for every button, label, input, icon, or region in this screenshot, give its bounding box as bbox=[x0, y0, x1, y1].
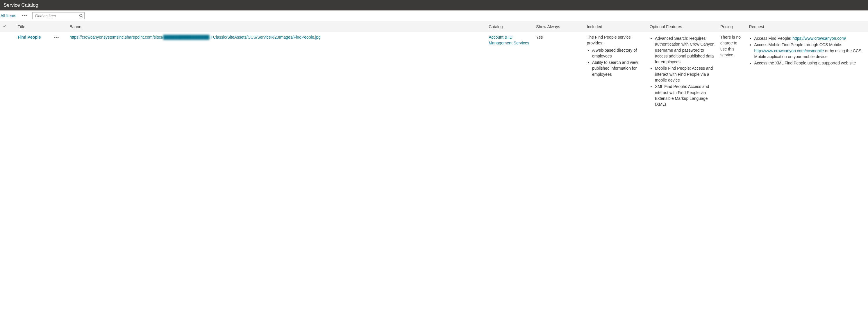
list-item: A web-based directory of employees bbox=[592, 47, 645, 59]
column-item-menu bbox=[52, 21, 67, 32]
table-row[interactable]: Find People ••• https://crowcanyonsystem… bbox=[0, 32, 868, 111]
svg-point-0 bbox=[80, 14, 82, 17]
item-title-link[interactable]: Find People bbox=[18, 35, 41, 39]
column-optional[interactable]: Optional Features bbox=[647, 21, 718, 32]
optional-list: Advanced Search: Requires authentication… bbox=[650, 35, 716, 107]
list-item: Ability to search and view published inf… bbox=[592, 60, 645, 77]
row-select-cell[interactable] bbox=[0, 32, 16, 111]
banner-url-post: ITClassic/SiteAssets/CCS/Service%20Image… bbox=[209, 35, 321, 39]
column-pricing[interactable]: Pricing bbox=[718, 21, 747, 32]
cell-catalog: Account & ID Management Services bbox=[486, 32, 534, 111]
included-intro: The Find People service provides: bbox=[587, 34, 645, 46]
column-banner[interactable]: Banner bbox=[67, 21, 486, 32]
banner-url-redacted: ████████████████ bbox=[163, 34, 210, 40]
cell-banner: https://crowcanyonsystemsinc.sharepoint.… bbox=[67, 32, 486, 111]
column-included[interactable]: Included bbox=[585, 21, 647, 32]
included-list: A web-based directory of employees Abili… bbox=[587, 47, 645, 77]
cell-item-menu: ••• bbox=[52, 32, 67, 111]
column-title[interactable]: Title bbox=[16, 21, 52, 32]
list-item: Access the XML Find People using a suppo… bbox=[754, 60, 866, 66]
request-text: Access Mobile Find People through CCS Mo… bbox=[754, 42, 842, 47]
list-item: Access Mobile Find People through CCS Mo… bbox=[754, 42, 866, 60]
search-box[interactable] bbox=[32, 12, 85, 19]
banner-url-pre: https://crowcanyonsystemsinc.sharepoint.… bbox=[69, 35, 163, 39]
column-show-always[interactable]: Show Always bbox=[534, 21, 585, 32]
service-catalog-table: Title Banner Catalog Show Always Include… bbox=[0, 21, 868, 111]
table-header-row: Title Banner Catalog Show Always Include… bbox=[0, 21, 868, 32]
view-all-items[interactable]: All Items bbox=[0, 12, 17, 19]
cell-request: Access Find People: https://www.crowcany… bbox=[747, 32, 868, 111]
cell-optional: Advanced Search: Requires authentication… bbox=[647, 32, 718, 111]
column-request[interactable]: Request bbox=[747, 21, 868, 32]
catalog-link[interactable]: Account & ID Management Services bbox=[489, 35, 529, 45]
item-menu-icon[interactable]: ••• bbox=[54, 35, 59, 39]
request-text: Access the XML Find People using a suppo… bbox=[754, 61, 856, 65]
page-title: Service Catalog bbox=[3, 2, 38, 8]
list-item: XML Find People: Access and interact wit… bbox=[655, 83, 716, 107]
request-link[interactable]: https://www.crowcanyon.com/ bbox=[793, 36, 846, 41]
cell-included: The Find People service provides: A web-… bbox=[585, 32, 647, 111]
svg-line-1 bbox=[82, 16, 83, 18]
request-text: Access Find People: bbox=[754, 36, 793, 41]
cell-pricing: There is no charge to use this service. bbox=[718, 32, 747, 111]
page-header: Service Catalog bbox=[0, 0, 868, 10]
search-icon[interactable] bbox=[79, 14, 83, 18]
column-catalog[interactable]: Catalog bbox=[486, 21, 534, 32]
request-list: Access Find People: https://www.crowcany… bbox=[749, 35, 866, 66]
list-item: Mobile Find People: Access and interact … bbox=[655, 65, 716, 83]
request-link[interactable]: http://www.crowcanyon.com/ccsmobile bbox=[754, 48, 824, 53]
cell-show-always: Yes bbox=[534, 32, 585, 111]
column-select[interactable] bbox=[0, 21, 16, 32]
search-input[interactable] bbox=[33, 13, 84, 19]
toolbar-more-icon[interactable]: ••• bbox=[21, 13, 29, 18]
list-item: Advanced Search: Requires authentication… bbox=[655, 35, 716, 65]
banner-url-link[interactable]: https://crowcanyonsystemsinc.sharepoint.… bbox=[69, 35, 321, 39]
list-toolbar: All Items ••• bbox=[0, 10, 868, 21]
list-item: Access Find People: https://www.crowcany… bbox=[754, 35, 866, 41]
checkmark-icon bbox=[2, 24, 6, 29]
cell-title: Find People bbox=[16, 32, 52, 111]
